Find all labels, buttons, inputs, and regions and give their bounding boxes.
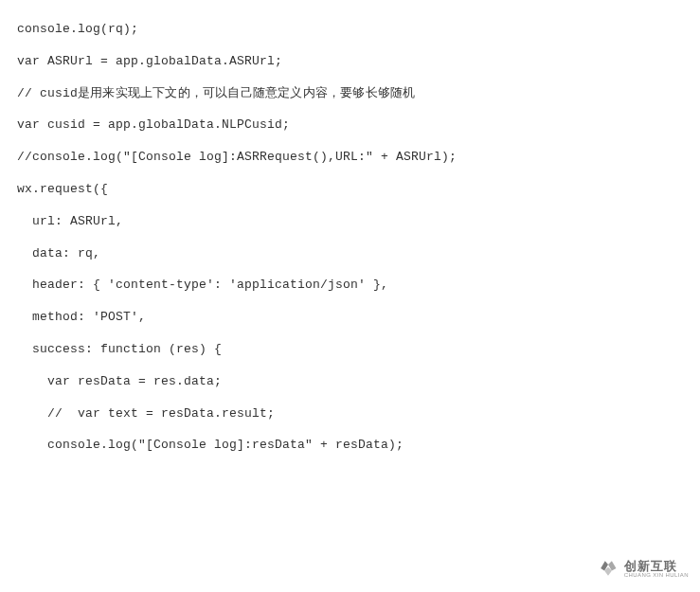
watermark-title: 创新互联: [624, 560, 689, 572]
watermark: 创新互联 CHUANG XIN HULIAN: [596, 556, 689, 581]
code-line: data: rq,: [17, 238, 683, 270]
watermark-text: 创新互联 CHUANG XIN HULIAN: [624, 560, 689, 578]
code-line: console.log(rq);: [17, 13, 683, 45]
code-line: var resData = res.data;: [17, 366, 683, 398]
code-line: // cusid是用来实现上下文的，可以自己随意定义内容，要够长够随机: [17, 78, 683, 110]
code-line: //console.log("[Console log]:ASRRequest(…: [17, 141, 683, 173]
watermark-subtitle: CHUANG XIN HULIAN: [624, 572, 689, 578]
code-line: url: ASRUrl,: [17, 206, 683, 238]
code-line: var ASRUrl = app.globalData.ASRUrl;: [17, 45, 683, 78]
code-line: var cusid = app.globalData.NLPCusid;: [17, 109, 683, 141]
watermark-logo-icon: [596, 556, 620, 581]
code-block: console.log(rq);var ASRUrl = app.globalD…: [17, 13, 683, 461]
code-line: header: { 'content-type': 'application/j…: [17, 269, 683, 301]
code-line: wx.request({: [17, 173, 683, 206]
code-line: method: 'POST',: [17, 301, 683, 333]
code-line: success: function (res) {: [17, 333, 683, 366]
code-line: // var text = resData.result;: [17, 398, 683, 430]
code-line: console.log("[Console log]:resData" + re…: [17, 429, 683, 461]
